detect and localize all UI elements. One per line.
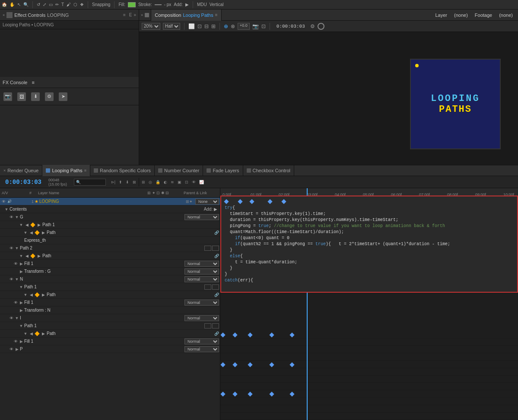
random-colors-tab[interactable]: Random Specific Colors [90,165,155,176]
g-collapse[interactable]: ▼ [15,215,19,219]
path-sub-kf-left[interactable]: ◀ [29,231,34,235]
lift-btn[interactable]: ⬆ [118,180,123,184]
pisub-link[interactable]: 🔗 [214,332,219,336]
expand-all-btn[interactable]: ⊠ [132,180,137,184]
fill1p2-collapse[interactable]: ▶ [19,262,23,266]
fade-layers-tab[interactable]: Fade Layers [203,165,243,176]
effect-menu-icon[interactable]: ≡ [123,13,126,17]
text-icon[interactable]: T [61,2,64,7]
kf-n-2[interactable] [232,362,237,367]
p-eye[interactable]: 👁 [9,347,14,351]
fill1p2-eye[interactable]: 👁 [13,262,18,266]
contents-collapse[interactable]: ▼ [4,207,9,212]
color-cycle-btn[interactable]: ◐ [163,180,168,184]
add-icon[interactable]: ▶ [185,2,189,7]
motion-icon[interactable]: ⊗ [231,23,235,29]
lock-all-btn[interactable]: 🔒 [155,180,161,184]
lp-menu[interactable]: ≡ [84,168,86,173]
quality-select[interactable]: Half [163,23,180,30]
n-eye[interactable]: 👁 [9,277,14,281]
fill-color[interactable] [128,2,136,7]
kf-n-3[interactable] [248,362,252,367]
kf-i-3[interactable] [248,392,252,397]
download-icon[interactable]: ⬇ [31,92,40,101]
path-sub-kf-right[interactable]: ▶ [41,231,46,235]
navigate-btn[interactable]: ⊳| [110,180,116,184]
kf-n-4[interactable] [269,362,274,367]
pisub-kf-left[interactable]: ◀ [29,332,34,336]
home-icon[interactable]: 🏠 [2,2,7,7]
rq-close[interactable]: × [3,168,6,173]
tn-collapse[interactable]: ▶ [19,308,23,313]
brush-icon[interactable]: 🖌 [67,2,71,7]
fill1-n-blend[interactable]: Normal [184,300,219,306]
tg-collapse[interactable]: ▶ [19,269,23,274]
i-collapse[interactable]: ▼ [15,316,19,320]
pnsub-link[interactable]: 🔗 [214,293,219,297]
stamp-icon[interactable]: ⬡ [73,2,77,7]
hide-shy-btn[interactable]: 👁 [191,180,197,184]
preview-icon[interactable]: ⊡ [261,23,266,29]
p1i-icon1[interactable] [204,323,211,328]
p1i-collapse[interactable]: ▼ [19,324,23,328]
contents-add-btn[interactable]: Add: ▶ [202,207,219,212]
p1n-icon2[interactable] [212,284,219,290]
kf-n-5[interactable] [289,362,294,367]
zero-btn[interactable]: +0.0 [238,23,250,30]
rect-icon[interactable]: ▭ [49,2,53,7]
p2sub-kf-left[interactable]: ◀ [24,254,29,258]
number-counter-tab[interactable]: Number Counter [155,165,203,176]
p2-icon1[interactable] [204,246,211,251]
p2sub-kf[interactable] [30,253,35,258]
region-icon[interactable]: ⊟ [204,23,209,29]
kf-i-5[interactable] [289,392,294,397]
kf-p2-3[interactable] [248,332,252,337]
checkbox-tab[interactable]: Checkbox Control [243,165,294,176]
extract-btn[interactable]: ⬇ [125,180,130,184]
kf-p2-2[interactable] [232,332,237,337]
zoom-select[interactable]: 20% [142,23,160,30]
g-eye[interactable]: 👁 [9,215,14,219]
p1g-kf-prev[interactable]: ◀ [24,223,29,227]
p2-icon2[interactable] [212,246,219,251]
layer1-blend[interactable]: None [195,199,219,205]
path-sub-kf[interactable] [35,230,39,235]
ce-kf4[interactable] [267,199,272,204]
comp-settings-icon[interactable]: ⚙ [310,23,315,29]
stroke-color[interactable] [155,4,162,5]
search-bar[interactable]: 🔍 [74,179,106,186]
comp-close-btn[interactable]: × [141,13,143,17]
i-blend[interactable]: Normal [184,315,219,321]
tg-blend[interactable]: Normal [184,268,219,275]
fill1i-eye[interactable]: 👁 [13,339,18,344]
code-editor[interactable]: try{ timeStart = thisProperty.key(1).tim… [220,196,518,293]
pnsub-kf-left[interactable]: ◀ [29,293,34,297]
p1g-kf-diamond[interactable] [30,222,35,227]
fill1-p2-blend[interactable]: Normal [184,261,219,267]
kf-i-4[interactable] [269,392,274,397]
kf-n-1[interactable] [220,362,225,367]
toggle-switch-btn[interactable]: ⊞ [141,180,146,184]
ce-kf1[interactable] [224,199,229,204]
cursor-icon[interactable]: ↖ [17,2,21,7]
pen-icon[interactable]: ✏ [55,2,59,7]
p-blend[interactable]: Normal [184,346,219,352]
fx-console-menu[interactable]: ≡ [32,80,34,85]
p2-eye[interactable]: 👁 [9,246,14,250]
layer1-eye[interactable]: 👁 [1,199,6,204]
motion-blur-btn[interactable]: ≋ [170,180,175,184]
p2sub-link[interactable]: 🔗 [214,254,219,258]
kf-p2-1[interactable] [220,332,225,337]
ce-kf3[interactable] [249,199,254,204]
fill1-i-blend[interactable]: Normal [184,338,219,344]
pnsub-collapse[interactable]: ▼ [23,293,28,297]
pisub-kf[interactable] [35,331,39,336]
g-blend[interactable]: Normal [184,214,219,220]
render-queue-tab[interactable]: × Render Queue [0,165,42,176]
p1n-icon1[interactable] [204,284,211,290]
puppet-icon[interactable]: ❖ [80,2,84,7]
frame-blend-btn[interactable]: ▣ [177,180,182,184]
p2sub-kf-right[interactable]: ▶ [36,254,41,258]
snapshot-icon[interactable]: 📷 [3,92,12,101]
pisub-kf-right[interactable]: ▶ [41,332,46,336]
